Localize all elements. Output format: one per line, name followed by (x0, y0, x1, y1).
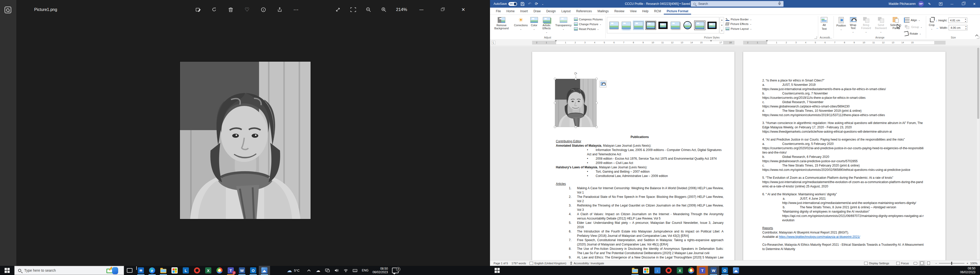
word-search-box[interactable]: Search (691, 1, 783, 6)
rotate-handle-icon[interactable]: ⟳ (574, 71, 578, 76)
resize-handle-se[interactable] (595, 126, 598, 128)
touch-keyboard-icon[interactable] (353, 268, 357, 273)
web-layout-button[interactable] (926, 261, 932, 266)
taskbar-outlook[interactable]: O (719, 266, 730, 275)
ribbon-display-options-icon[interactable] (935, 0, 946, 8)
zoom-out-icon[interactable] (366, 6, 372, 13)
save-icon[interactable] (520, 2, 525, 6)
tab-review[interactable]: Review (611, 8, 627, 14)
start-button[interactable] (0, 266, 14, 275)
fit-to-window-icon[interactable] (350, 6, 356, 13)
edit-image-icon[interactable] (195, 6, 201, 13)
favorite-icon[interactable]: ♡ (244, 6, 250, 13)
focus-button[interactable]: Focus (896, 262, 909, 265)
minimize-icon[interactable]: — (946, 0, 958, 8)
user-name[interactable]: Maddie Pitchacaren (889, 2, 916, 6)
tab-references[interactable]: References (573, 8, 595, 14)
resize-icon[interactable] (335, 6, 341, 13)
status-language[interactable]: English (United Kingdom) (530, 262, 566, 265)
change-picture-button[interactable]: Change Picture⌄ (574, 22, 603, 26)
tab-picture-format[interactable]: Picture Format (664, 8, 691, 14)
document-page-2[interactable]: 2. “Is there a place for ethics in Smart… (743, 52, 945, 260)
crop-button[interactable]: Crop⌄ (928, 16, 936, 31)
style-ellipse[interactable] (681, 19, 694, 32)
taskbar-edge[interactable]: e (146, 266, 158, 275)
dictate-mic-icon[interactable] (778, 2, 781, 6)
status-word-count[interactable]: 1797 words (511, 262, 526, 265)
gallery-more-icon[interactable]: ⊽ (720, 28, 724, 33)
zoom-in-icon[interactable] (381, 6, 387, 13)
language-indicator[interactable]: ENG (362, 269, 369, 272)
style-soft-edge-glow[interactable] (632, 19, 645, 32)
picture-styles-dialog-launcher-icon[interactable] (815, 36, 817, 39)
resize-handle-e[interactable] (595, 102, 598, 104)
vertical-scrollbar[interactable] (977, 47, 980, 259)
page1-text[interactable]: PublicationsContributing EditorAnnotated… (556, 135, 724, 260)
tab-mailings[interactable]: Mailings (595, 8, 611, 14)
taskbar-download-app[interactable]: ↓ (652, 266, 663, 275)
display-settings-button[interactable]: Display Settings (864, 262, 889, 265)
layout-options-button[interactable] (600, 81, 607, 88)
share-icon[interactable] (277, 6, 283, 13)
gallery-scroll-down-icon[interactable]: ▼ (720, 23, 724, 28)
status-accessibility[interactable]: Accessibility: Investigate (570, 261, 604, 265)
taskbar-l-app[interactable]: L (180, 266, 191, 275)
remove-background-button[interactable]: Remove Background (491, 16, 512, 31)
tab-stop-selector[interactable]: L (492, 41, 495, 44)
resize-handle-s[interactable] (575, 126, 577, 128)
restore-icon[interactable] (439, 6, 445, 13)
more-icon[interactable]: ⋯ (293, 6, 299, 13)
start-button[interactable] (490, 266, 504, 275)
group-button[interactable]: Group⌄ (904, 24, 922, 30)
wrap-text-button[interactable]: Wrap Text⌄ (847, 16, 859, 34)
style-compound-frame[interactable] (694, 19, 706, 32)
taskbar-photos[interactable] (730, 266, 741, 275)
tab-insert[interactable]: Insert (517, 8, 531, 14)
taskbar-clock[interactable]: 08:50 06/02/2023 (960, 267, 975, 274)
taskbar-mail[interactable]: ✉ (135, 266, 146, 275)
style-reflection[interactable] (620, 19, 632, 32)
zoom-out-icon[interactable]: − (935, 262, 937, 265)
resize-handle-nw[interactable] (554, 77, 556, 80)
inking-pen-icon[interactable]: ✎ (924, 0, 935, 8)
task-view-button[interactable] (124, 266, 135, 275)
tab-design[interactable]: Design (543, 8, 558, 14)
artistic-effects-button[interactable]: Artistic Effects⌄ (539, 16, 554, 35)
resize-handle-ne[interactable] (595, 77, 598, 80)
picture-layout-button[interactable]: Picture Layout⌄ (725, 27, 752, 30)
tab-layout[interactable]: Layout (558, 8, 573, 14)
read-mode-button[interactable] (912, 261, 918, 266)
height-input[interactable]: 4.81 cm▲▼ (948, 17, 967, 23)
rotate-icon[interactable] (211, 6, 218, 13)
align-button[interactable]: Align⌄ (904, 17, 922, 23)
style-simple-frame[interactable] (608, 19, 620, 32)
close-icon[interactable]: ✕ (460, 6, 466, 13)
minimize-icon[interactable]: — (418, 6, 425, 13)
tab-draw[interactable]: Draw (531, 8, 543, 14)
close-icon[interactable]: ✕ (969, 0, 980, 8)
tab-home[interactable]: Home (504, 8, 517, 14)
quick-access-chevron-icon[interactable]: ⌄ (542, 3, 544, 5)
position-button[interactable]: Position⌄ (835, 16, 847, 32)
delete-icon[interactable] (228, 6, 234, 13)
autosave-toggle[interactable]: AutoSave On (493, 2, 517, 6)
wifi-icon[interactable] (344, 268, 348, 273)
picture-border-button[interactable]: ✎ Picture Border⌄ (725, 17, 752, 21)
zoom-slider-thumb[interactable] (951, 262, 952, 265)
compress-pictures-button[interactable]: Compress Pictures (574, 17, 603, 21)
taskbar-store[interactable] (169, 266, 180, 275)
taskbar-photos[interactable] (259, 266, 270, 275)
taskbar-word[interactable]: W (236, 266, 248, 275)
info-icon[interactable] (260, 6, 266, 13)
taskbar-teams[interactable]: T2 (225, 266, 236, 275)
undo-icon[interactable]: ↶ (528, 2, 531, 6)
alt-text-button[interactable]: Alt Text (819, 16, 829, 31)
taskbar-outlook[interactable]: O (248, 266, 259, 275)
style-drop-shadow[interactable] (669, 19, 681, 32)
width-input[interactable]: 4.06 cm▲▼ (948, 25, 967, 30)
zoom-in-icon[interactable]: + (966, 262, 968, 265)
status-page-number[interactable]: Page 1 of 5 (493, 262, 508, 265)
taskbar-recorder[interactable] (191, 266, 203, 275)
reset-picture-button[interactable]: Reset Picture⌄ (574, 27, 603, 30)
tab-file[interactable]: File (493, 8, 504, 14)
